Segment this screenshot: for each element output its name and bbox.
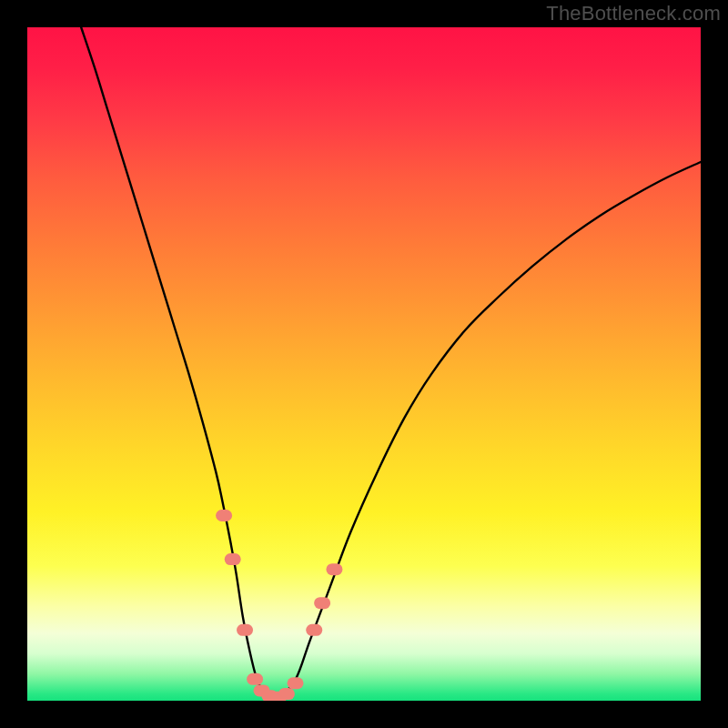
curve-marker [314, 597, 330, 609]
curve-marker [306, 624, 322, 636]
plot-area [27, 27, 701, 701]
curve-marker [225, 553, 241, 565]
bottleneck-curve [81, 27, 701, 698]
curve-markers [216, 510, 342, 701]
curve-marker [247, 673, 263, 685]
curve-marker [326, 563, 342, 575]
curve-layer [27, 27, 701, 701]
curve-marker [288, 677, 304, 689]
curve-marker [216, 510, 232, 521]
curve-marker [237, 624, 253, 636]
chart-frame: TheBottleneck.com [0, 0, 728, 728]
watermark-text: TheBottleneck.com [546, 2, 721, 25]
curve-marker [278, 688, 295, 700]
